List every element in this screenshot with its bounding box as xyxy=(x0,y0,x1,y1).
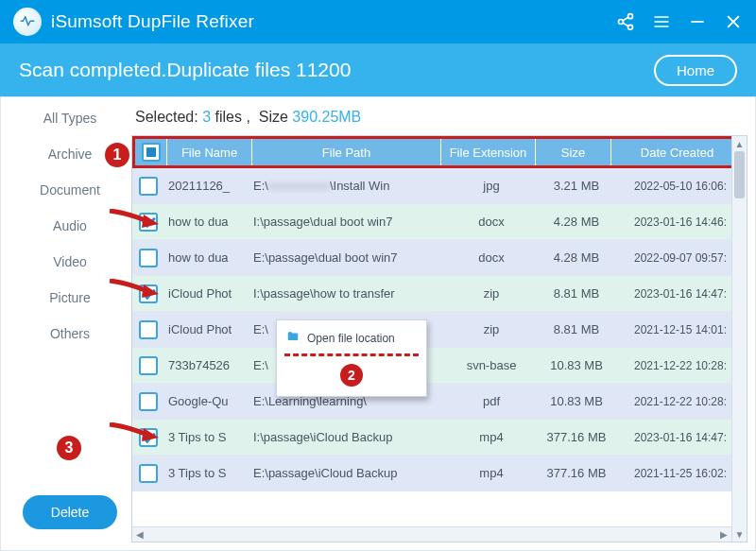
context-menu: Open file location 2 xyxy=(276,319,427,397)
sidebar-item-all-types[interactable]: All Types xyxy=(43,111,97,126)
col-file-path[interactable]: File Path xyxy=(252,139,441,165)
cell-file-name: 3 Tips to S xyxy=(164,430,249,444)
cell-file-extension: docx xyxy=(444,250,539,265)
table-row[interactable]: 3 Tips to SE:\passage\iCloud Backupmp437… xyxy=(132,456,747,491)
menu-icon[interactable] xyxy=(652,12,671,31)
table-row[interactable]: how to duaI:\passage\dual boot win7docx4… xyxy=(132,204,747,240)
cell-size: 10.83 MB xyxy=(539,358,614,372)
cell-date: 2021-11-25 16:02: xyxy=(614,467,747,480)
sidebar: All Types Archive Document Audio Video P… xyxy=(9,107,131,542)
scroll-left-icon[interactable]: ◀ xyxy=(132,527,147,542)
scroll-down-icon[interactable]: ▼ xyxy=(732,526,747,542)
home-button[interactable]: Home xyxy=(654,55,737,86)
svg-marker-5 xyxy=(142,428,159,441)
sidebar-item-document[interactable]: Document xyxy=(40,182,100,198)
row-checkbox[interactable] xyxy=(139,356,158,375)
scroll-right-icon[interactable]: ▶ xyxy=(716,527,731,542)
table-row[interactable]: 733b74526E:\svn-base10.83 MB2021-12-22 1… xyxy=(132,348,747,384)
cell-file-extension: zip xyxy=(444,286,539,301)
scroll-thumb[interactable] xyxy=(734,151,745,198)
cell-file-name: Google-Qu xyxy=(164,394,249,408)
cell-date: 2023-01-16 14:47: xyxy=(614,431,747,444)
table-row[interactable]: how to duaE:\passage\dual boot win7docx4… xyxy=(132,240,747,276)
sidebar-item-video[interactable]: Video xyxy=(53,254,87,269)
folder-icon xyxy=(286,330,300,346)
app-logo xyxy=(13,8,42,36)
menu-open-file-location[interactable]: Open file location xyxy=(277,326,426,353)
cell-file-path: E:\xxxxxxxxxx\Install Win xyxy=(249,179,444,193)
content-area: All Types Archive Document Audio Video P… xyxy=(0,96,756,551)
row-checkbox[interactable] xyxy=(139,464,158,483)
cell-file-name: 3 Tips to S xyxy=(164,466,249,480)
cell-size: 377.16 MB xyxy=(539,430,614,444)
cell-date: 2023-01-16 14:47: xyxy=(614,287,747,301)
minimize-icon[interactable] xyxy=(688,12,707,31)
cell-file-path: E:\passage\iCloud Backup xyxy=(249,466,444,480)
selection-summary: Selected: 3 files , Size 390.25MB xyxy=(131,107,747,135)
cell-date: 2021-12-22 10:28: xyxy=(614,395,747,408)
table-row[interactable]: iCloud PhotE:\zip8.81 MB2021-12-15 14:01… xyxy=(132,312,747,348)
cell-file-name: 20211126_ xyxy=(164,179,249,193)
row-checkbox[interactable] xyxy=(139,320,158,339)
status-bar: Scan completed.Duplicate files 11200 Hom… xyxy=(0,43,756,96)
delete-button[interactable]: Delete xyxy=(23,495,117,529)
cell-file-extension: zip xyxy=(444,322,539,336)
cell-file-name: iCloud Phot xyxy=(164,286,249,301)
scroll-up-icon[interactable]: ▲ xyxy=(732,136,747,151)
main-panel: Selected: 3 files , Size 390.25MB File N… xyxy=(131,107,747,542)
cell-file-name: iCloud Phot xyxy=(164,322,249,336)
annotation-1: 1 xyxy=(105,143,129,167)
select-all-checkbox[interactable] xyxy=(142,143,161,162)
col-file-extension[interactable]: File Extension xyxy=(441,139,536,165)
cell-size: 4.28 MB xyxy=(539,250,614,265)
cell-file-extension: svn-base xyxy=(444,358,539,372)
svg-marker-3 xyxy=(142,215,159,228)
annotation-2: 2 xyxy=(340,364,363,387)
row-checkbox[interactable] xyxy=(139,177,158,196)
cell-date: 2022-05-10 16:06: xyxy=(614,180,747,193)
cell-date: 2022-09-07 09:57: xyxy=(614,251,747,265)
cell-file-path: E:\passage\dual boot win7 xyxy=(249,250,444,265)
table-row[interactable]: iCloud PhotI:\passage\how to transferzip… xyxy=(132,276,747,312)
arrow-icon xyxy=(108,279,159,303)
vertical-scrollbar[interactable]: ▲ ▼ xyxy=(731,136,747,542)
cell-file-extension: jpg xyxy=(444,179,539,193)
table-body: 20211126_E:\xxxxxxxxxx\Install Winjpg3.2… xyxy=(132,168,747,542)
share-icon[interactable] xyxy=(616,12,635,31)
sidebar-item-others[interactable]: Others xyxy=(50,326,90,341)
cell-size: 8.81 MB xyxy=(539,286,614,301)
title-bar: iSumsoft DupFile Refixer xyxy=(0,0,756,43)
col-date-created[interactable]: Date Created xyxy=(611,139,744,165)
header-select-all[interactable] xyxy=(135,139,167,165)
row-checkbox[interactable] xyxy=(139,392,158,411)
table-row[interactable]: 20211126_E:\xxxxxxxxxx\Install Winjpg3.2… xyxy=(132,168,747,204)
row-checkbox[interactable] xyxy=(139,249,158,267)
scan-status: Scan completed.Duplicate files 11200 xyxy=(19,59,351,81)
sidebar-item-audio[interactable]: Audio xyxy=(53,218,87,233)
sidebar-item-picture[interactable]: Picture xyxy=(49,290,91,305)
close-icon[interactable] xyxy=(724,12,743,31)
cell-file-path: I:\passage\dual boot win7 xyxy=(249,215,444,229)
horizontal-scrollbar[interactable]: ◀ ▶ xyxy=(132,526,731,542)
cell-size: 10.83 MB xyxy=(539,394,614,408)
cell-date: 2021-12-22 10:28: xyxy=(614,359,747,372)
file-table: File Name File Path File Extension Size … xyxy=(131,135,747,542)
app-title: iSumsoft DupFile Refixer xyxy=(51,11,254,32)
sidebar-item-archive[interactable]: Archive xyxy=(48,146,93,162)
table-header-row: File Name File Path File Extension Size … xyxy=(132,136,747,168)
table-row[interactable]: 3 Tips to SI:\passage\iCloud Backupmp437… xyxy=(132,420,747,456)
cell-file-extension: docx xyxy=(444,215,539,229)
cell-file-name: how to dua xyxy=(164,215,249,229)
svg-marker-4 xyxy=(142,284,159,298)
cell-size: 4.28 MB xyxy=(539,215,614,229)
col-file-name[interactable]: File Name xyxy=(167,139,252,165)
cell-file-name: how to dua xyxy=(164,250,249,265)
col-size[interactable]: Size xyxy=(536,139,611,165)
table-row[interactable]: Google-QuE:\Learning\learning\pdf10.83 M… xyxy=(132,384,747,420)
cell-file-extension: pdf xyxy=(444,394,539,408)
cell-date: 2021-12-15 14:01: xyxy=(614,323,747,336)
cell-file-path: I:\passage\how to transfer xyxy=(249,286,444,301)
annotation-3: 3 xyxy=(57,436,81,460)
arrow-icon xyxy=(108,422,159,447)
cell-file-name: 733b74526 xyxy=(164,358,249,372)
